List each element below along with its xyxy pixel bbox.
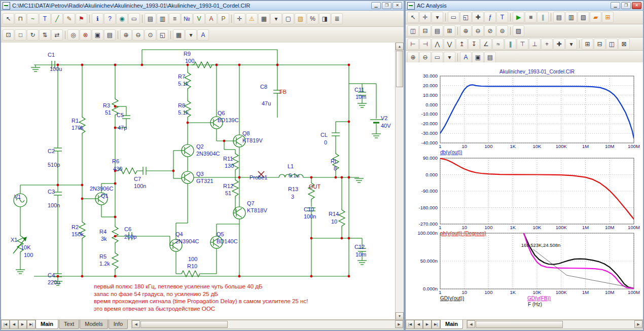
go-to-y-icon[interactable]: ⊟	[594, 39, 605, 50]
component-label-c5[interactable]: C5	[117, 113, 124, 118]
component-label-r10[interactable]: R10	[187, 264, 197, 269]
gd-icon[interactable]: ≈	[492, 39, 504, 50]
help-mode-icon[interactable]: ?	[104, 13, 116, 24]
text-a-icon[interactable]: A	[197, 29, 209, 41]
probe-dropdown[interactable]: ▾	[432, 12, 443, 23]
component-label-c10[interactable]: C10	[304, 207, 314, 212]
point-probe-icon[interactable]: ◉	[116, 13, 128, 24]
flip-vertical-icon[interactable]: ⇅	[39, 29, 51, 41]
component-label-r5[interactable]: R5	[99, 254, 106, 260]
delete-icon[interactable]: ⊗	[80, 29, 91, 41]
pause-icon[interactable]: ∥	[537, 12, 549, 23]
component-label-0[interactable]: 0	[324, 140, 327, 145]
new-page-icon[interactable]: ▢	[282, 13, 294, 24]
component-label-r1[interactable]: R1	[71, 118, 79, 124]
select-box-icon[interactable]: ▭	[128, 13, 140, 24]
scroll-thumb[interactable]	[476, 321, 563, 328]
zoom-select-icon[interactable]: ▭	[448, 12, 459, 23]
schematic-canvas[interactable]: C1100uR9100R75.1kR351C547pR85.1kC847uFBC…	[1, 43, 396, 320]
component-label-51[interactable]: 51	[225, 191, 231, 196]
component-label-100n[interactable]: 100n	[48, 203, 60, 208]
minimize-button[interactable]: ▁	[611, 2, 620, 9]
component-label-fb[interactable]: FB	[279, 89, 287, 95]
tag-measure-icon[interactable]: ✚	[553, 39, 565, 50]
pan-icon[interactable]: ✚	[472, 12, 484, 23]
tab-main[interactable]: Main	[440, 320, 463, 329]
component-label-r9[interactable]: R9	[184, 51, 191, 57]
component-label-l1[interactable]: L1	[288, 164, 294, 169]
warning-icon[interactable]: ⚠	[246, 13, 258, 24]
component-label-q8[interactable]: Q8	[242, 131, 250, 136]
last-page-button[interactable]: ▶|	[432, 320, 440, 329]
node-numbers-icon[interactable]: №	[181, 13, 193, 24]
component-label-c6[interactable]: C6	[124, 227, 131, 232]
component-label-100n[interactable]: 100n	[304, 214, 316, 219]
component-label-probe1[interactable]: Probe1	[249, 175, 267, 180]
zoom-dropdown[interactable]: ▾	[444, 52, 455, 63]
snap-icon[interactable]: ⊡	[3, 29, 14, 41]
component-label-kt818v[interactable]: KT818V	[247, 208, 267, 213]
info-icon[interactable]: ℹ	[92, 13, 103, 24]
flip-horizontal-icon[interactable]: ⇄	[51, 29, 63, 41]
component-label-510p[interactable]: 510p	[48, 162, 60, 168]
component-label-2n3906c[interactable]: 2N3906C	[90, 186, 113, 192]
current-probe-icon[interactable]: A	[205, 13, 217, 24]
component-label-130[interactable]: 130	[225, 163, 234, 169]
component-label-c11[interactable]: C11	[354, 87, 364, 93]
restore-button[interactable]: ❐	[621, 2, 631, 9]
component-label-c7[interactable]: C7	[134, 176, 141, 182]
magnify-region-icon[interactable]: ⊘	[484, 25, 496, 36]
peak-icon[interactable]: ⋀	[432, 39, 443, 50]
component-label-5.1k[interactable]: 5.1k	[178, 81, 189, 87]
cursor-pair-icon[interactable]: ∥	[505, 39, 516, 50]
component-label-r12[interactable]: R12	[223, 183, 233, 189]
prev-page-button[interactable]: ◀	[10, 320, 18, 329]
voltage-probe-icon[interactable]: V	[193, 13, 205, 24]
magnify-in-icon[interactable]: ⊕	[460, 25, 472, 36]
low-icon[interactable]: ↧	[468, 39, 480, 50]
top-icon[interactable]: ⊤	[517, 39, 528, 50]
component-label-q6[interactable]: Q6	[218, 111, 225, 116]
curve-db(v(out))[interactable]	[440, 85, 634, 138]
tile-horizontal-icon[interactable]: ⊟	[419, 25, 431, 36]
component-label-8[interactable]: 8	[334, 166, 337, 171]
component-label-100u[interactable]: 100u	[50, 66, 62, 72]
component-label-51[interactable]: 51	[105, 110, 111, 116]
select-arrow-icon[interactable]: ↖	[407, 12, 419, 23]
numeric-output-icon[interactable]: ▥	[565, 12, 577, 23]
component-label-r3[interactable]: R3	[103, 103, 110, 108]
right-cursor-icon[interactable]: ⊣	[419, 39, 431, 50]
zoom-area-icon[interactable]: ⊙	[145, 29, 156, 41]
next-page-button[interactable]: ▶	[18, 320, 27, 329]
component-label-220u[interactable]: 220u	[48, 280, 60, 285]
component-icon[interactable]: ⊓	[15, 13, 26, 24]
component-label-c12[interactable]: C12	[354, 244, 365, 250]
component-label-r8[interactable]: R8	[178, 103, 185, 108]
power-probe-icon[interactable]: P	[218, 13, 229, 24]
file-icon[interactable]: ▤	[145, 13, 156, 24]
scroll-right-arrow[interactable]: ▶	[634, 320, 642, 328]
maximize-plot-icon[interactable]: ⊞	[444, 25, 455, 36]
stop-icon[interactable]: ■	[525, 12, 536, 23]
component-label-q7[interactable]: Q7	[247, 201, 255, 206]
zoom-out-icon[interactable]: ⊖	[132, 29, 144, 41]
zoom-window-icon[interactable]: ▭	[432, 52, 443, 63]
diagonal-wire-icon[interactable]: ╱	[51, 13, 63, 24]
component-label-10m[interactable]: 10m	[355, 94, 366, 100]
copy-icon[interactable]: ▣	[92, 29, 103, 41]
next-page-button[interactable]: ▶	[423, 320, 432, 329]
magnify-out-icon[interactable]: ⊖	[472, 25, 484, 36]
component-label-100[interactable]: 100	[185, 58, 194, 64]
component-label-40v[interactable]: 40V	[381, 123, 391, 129]
component-label-c4[interactable]: C4	[48, 273, 55, 278]
component-label-bd140c[interactable]: BD140C	[217, 239, 238, 244]
properties-icon[interactable]: ≣	[331, 13, 343, 24]
component-label-c3[interactable]: C3	[48, 189, 55, 195]
zoom-out-icon[interactable]: ⊖	[419, 52, 431, 63]
select-arrow-icon[interactable]: ↖	[3, 13, 14, 24]
find-icon[interactable]: ◎	[67, 29, 79, 41]
tag-point-icon[interactable]: +	[541, 39, 553, 50]
text-page-icon[interactable]: ≡	[169, 13, 181, 24]
scroll-thumb[interactable]	[396, 51, 403, 87]
state-variables-icon[interactable]: ▧	[578, 12, 589, 23]
